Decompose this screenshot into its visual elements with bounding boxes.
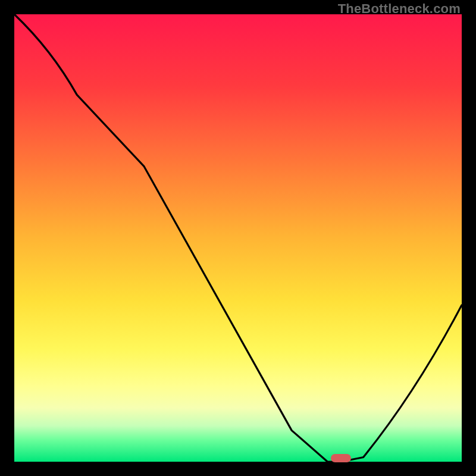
chart-frame: TheBottleneck.com: [0, 0, 476, 476]
bottleneck-curve: [14, 14, 462, 462]
optimal-marker: [331, 454, 351, 462]
curve-path: [14, 14, 462, 462]
watermark-text: TheBottleneck.com: [338, 1, 461, 17]
plot-area: [14, 14, 462, 462]
